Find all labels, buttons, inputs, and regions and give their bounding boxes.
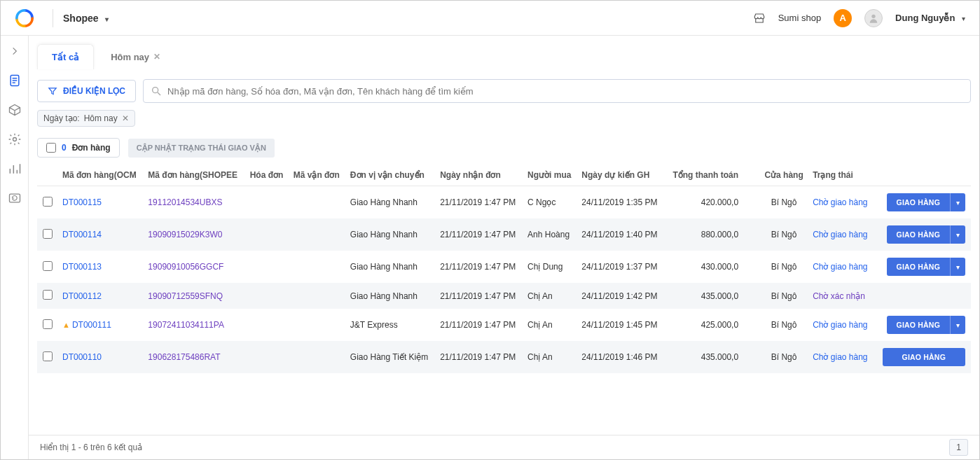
order-shopee-link[interactable]: 19072411034111PA bbox=[148, 320, 224, 330]
channel-name: Shopee bbox=[63, 13, 99, 24]
count-number: 0 bbox=[62, 143, 67, 153]
total-amount: 425.000,0 bbox=[665, 309, 759, 341]
row-checkbox[interactable] bbox=[43, 197, 53, 207]
divider bbox=[53, 9, 53, 27]
order-ocm-link[interactable]: DT000114 bbox=[62, 230, 102, 239]
deliver-button[interactable]: GIAO HÀNG bbox=[887, 225, 950, 244]
row-checkbox[interactable] bbox=[43, 261, 53, 271]
deliver-button[interactable]: GIAO HÀNG bbox=[887, 258, 950, 276]
store-name: Bí Ngô bbox=[759, 283, 808, 309]
order-ocm-link[interactable]: ▲DT000111 bbox=[62, 320, 111, 330]
received-date: 21/11/2019 1:47 PM bbox=[436, 186, 523, 219]
user-name: Dung Nguyễn bbox=[895, 13, 955, 23]
status-badge: Chờ giao hàng bbox=[813, 352, 867, 362]
expected-date: 24/11/2019 1:46 PM bbox=[577, 341, 665, 373]
header: Shopee ▾ Sumi shop A Dung Nguyễn ▾ bbox=[1, 1, 979, 36]
table-row[interactable]: ▲DT00011119072411034111PAJ&T Express21/1… bbox=[37, 309, 971, 341]
deliver-button[interactable]: GIAO HÀNG bbox=[887, 316, 950, 334]
store-name: Bí Ngô bbox=[759, 218, 808, 251]
select-all-checkbox[interactable] bbox=[46, 143, 56, 153]
sidebar-item-settings[interactable] bbox=[8, 132, 22, 146]
filter-icon bbox=[48, 86, 57, 96]
filter-button[interactable]: ĐIỀU KIỆN LỌC bbox=[37, 80, 136, 102]
order-shopee-link[interactable]: 19090910056GGCF bbox=[148, 262, 223, 272]
received-date: 21/11/2019 1:47 PM bbox=[436, 251, 523, 283]
carrier: J&T Express bbox=[346, 309, 436, 341]
channel-selector[interactable]: Shopee ▾ bbox=[63, 13, 109, 24]
col-shipcode: Mã vận đơn bbox=[289, 165, 346, 186]
selection-count: 0 Đơn hàng bbox=[37, 138, 120, 158]
row-checkbox[interactable] bbox=[43, 319, 53, 329]
order-shopee-link[interactable]: 19112014534UBXS bbox=[148, 197, 222, 207]
order-shopee-link[interactable]: 190628175486RAT bbox=[148, 352, 220, 362]
total-amount: 435.000,0 bbox=[665, 283, 759, 309]
carrier: Giao Hàng Nhanh bbox=[346, 186, 436, 219]
page-number[interactable]: 1 bbox=[949, 439, 968, 456]
tab-all[interactable]: Tất cả bbox=[37, 44, 94, 69]
order-ocm-link[interactable]: DT000110 bbox=[62, 352, 102, 362]
tab-today[interactable]: Hôm nay ✕ bbox=[97, 44, 174, 69]
sidebar-item-sync[interactable] bbox=[8, 191, 22, 205]
col-store: Cửa hàng bbox=[759, 165, 808, 186]
store-name: Bí Ngô bbox=[759, 309, 808, 341]
update-status-button[interactable]: CẬP NHẬT TRẠNG THÁI GIAO VẬN bbox=[128, 139, 275, 158]
status-badge: Chờ giao hàng bbox=[813, 262, 867, 272]
sidebar-item-products[interactable] bbox=[8, 103, 22, 117]
col-received: Ngày nhận đơn bbox=[436, 165, 523, 186]
close-icon[interactable]: ✕ bbox=[153, 52, 160, 62]
shop-name[interactable]: Sumi shop bbox=[778, 13, 821, 23]
search-box[interactable] bbox=[143, 79, 971, 103]
order-shopee-link[interactable]: 19090712559SFNQ bbox=[148, 291, 223, 301]
status-badge: Chờ giao hàng bbox=[813, 320, 867, 330]
table-row[interactable]: DT000110190628175486RATGiao Hàng Tiết Ki… bbox=[37, 341, 971, 373]
sidebar-item-orders[interactable] bbox=[8, 74, 22, 88]
deliver-dropdown[interactable]: ▾ bbox=[950, 258, 965, 276]
order-ocm-link[interactable]: DT000113 bbox=[62, 262, 102, 272]
carrier: Giao Hàng Nhanh bbox=[346, 218, 436, 251]
tabs: Tất cả Hôm nay ✕ bbox=[29, 36, 979, 69]
chevron-down-icon: ▾ bbox=[105, 15, 109, 23]
order-shopee-link[interactable]: 19090915029K3W0 bbox=[148, 230, 222, 239]
carrier: Giao Hàng Nhanh bbox=[346, 251, 436, 283]
row-checkbox[interactable] bbox=[43, 351, 53, 361]
buyer-name: Anh Hoàng bbox=[523, 218, 577, 251]
header-right: Sumi shop A Dung Nguyễn ▾ bbox=[753, 9, 965, 27]
row-checkbox[interactable] bbox=[43, 229, 53, 239]
expected-date: 24/11/2019 1:45 PM bbox=[577, 309, 665, 341]
deliver-dropdown[interactable]: ▾ bbox=[950, 225, 965, 244]
svg-point-0 bbox=[871, 14, 875, 18]
chip-date[interactable]: Ngày tạo: Hôm nay ✕ bbox=[37, 110, 135, 127]
store-name: Bí Ngô bbox=[759, 186, 808, 219]
table-row[interactable]: DT00011219090712559SFNQGiao Hàng Nhanh21… bbox=[37, 283, 971, 309]
deliver-button[interactable]: GIAO HÀNG bbox=[887, 193, 950, 211]
deliver-dropdown[interactable]: ▾ bbox=[950, 193, 965, 211]
user-avatar-icon[interactable] bbox=[864, 9, 883, 27]
table-container: Mã đơn hàng(OCM Mã đơn hàng(SHOPEE Hóa đ… bbox=[29, 165, 979, 435]
buyer-name: C Ngọc bbox=[523, 186, 577, 219]
svg-point-2 bbox=[13, 138, 16, 141]
table-row[interactable]: DT00011419090915029K3W0Giao Hàng Nhanh21… bbox=[37, 218, 971, 251]
search-input[interactable] bbox=[167, 86, 963, 97]
alert-badge[interactable]: A bbox=[834, 9, 852, 27]
user-menu[interactable]: Dung Nguyễn ▾ bbox=[895, 13, 965, 23]
close-icon[interactable]: ✕ bbox=[122, 113, 129, 123]
app-logo-icon bbox=[15, 8, 34, 28]
svg-rect-3 bbox=[9, 194, 20, 202]
table-row[interactable]: DT00011319090910056GGCFGiao Hàng Nhanh21… bbox=[37, 251, 971, 283]
total-amount: 420.000,0 bbox=[665, 186, 759, 219]
chevron-down-icon: ▾ bbox=[962, 15, 965, 22]
row-checkbox[interactable] bbox=[43, 290, 53, 300]
deliver-dropdown[interactable]: ▾ bbox=[950, 316, 965, 334]
orders-table: Mã đơn hàng(OCM Mã đơn hàng(SHOPEE Hóa đ… bbox=[37, 165, 971, 373]
table-row[interactable]: DT00011519112014534UBXSGiao Hàng Nhanh21… bbox=[37, 186, 971, 219]
deliver-button[interactable]: GIAO HÀNG bbox=[883, 348, 965, 366]
status-badge: Chờ xác nhận bbox=[813, 291, 865, 301]
result-summary: Hiển thị 1 - 6 trên 6 kết quả bbox=[40, 442, 142, 452]
sidebar-expand-icon[interactable] bbox=[8, 44, 22, 58]
order-ocm-link[interactable]: DT000112 bbox=[62, 291, 102, 301]
order-ocm-link[interactable]: DT000115 bbox=[62, 197, 102, 207]
buyer-name: Chị Dung bbox=[523, 251, 577, 283]
sidebar-item-reports[interactable] bbox=[8, 162, 22, 176]
buyer-name: Chị An bbox=[523, 283, 577, 309]
expected-date: 24/11/2019 1:40 PM bbox=[577, 218, 665, 251]
